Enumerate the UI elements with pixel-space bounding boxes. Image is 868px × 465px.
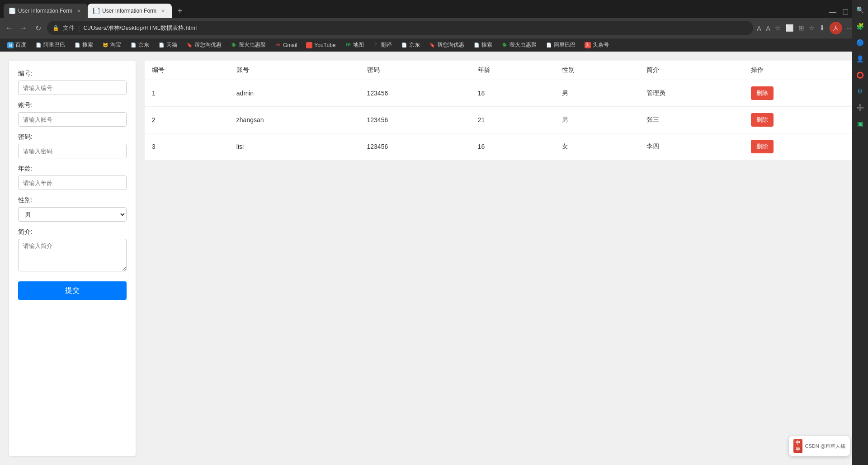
bookmark-translate[interactable]: T 翻译 xyxy=(369,40,396,50)
youtube-icon: ▶ xyxy=(306,42,312,48)
input-bh[interactable] xyxy=(18,81,127,95)
alibaba-icon: 📄 xyxy=(35,42,42,48)
translate-icon[interactable]: A xyxy=(757,24,761,32)
cell-account: zhangsan xyxy=(229,107,360,133)
address-bar[interactable]: 🔒 文件 | C:/Users/准神/Desktop/HTML数据表格.html xyxy=(47,21,753,35)
star-icon[interactable]: ☆ xyxy=(775,24,781,32)
taoyouhui2-icon: 🔖 xyxy=(429,42,435,48)
tab2-title: User Information Form xyxy=(102,8,156,14)
maximize-button[interactable]: ☐ xyxy=(841,8,850,16)
input-nl[interactable] xyxy=(18,176,127,190)
toutiao-label: 头条号 xyxy=(593,41,609,49)
profile-button[interactable]: 人 xyxy=(830,22,842,34)
delete-button[interactable]: 删除 xyxy=(751,140,774,153)
cell-gender: 女 xyxy=(555,133,639,160)
form-group-zh: 账号: xyxy=(18,101,127,127)
col-header-account: 账号 xyxy=(229,61,360,80)
delete-button[interactable]: 删除 xyxy=(751,113,774,127)
bookmark-yinghuochong1[interactable]: 🪲 萤火虫惠聚 xyxy=(227,40,269,50)
bookmark-alibaba[interactable]: 📄 阿里巴巴 xyxy=(32,40,69,50)
cell-age: 18 xyxy=(471,80,555,107)
col-header-action: 操作 xyxy=(744,61,859,80)
select-gender[interactable]: 男 女 xyxy=(18,207,127,222)
bookmark-toutiao[interactable]: 头 头条号 xyxy=(581,40,613,50)
yinghuochong1-label: 萤火虫惠聚 xyxy=(239,41,266,49)
jd1-icon: 📄 xyxy=(130,42,137,48)
sidebar-add-icon[interactable]: ➕ xyxy=(854,101,866,114)
search2-icon: 📄 xyxy=(473,42,480,48)
bookmark-taobao[interactable]: 🐱 淘宝 xyxy=(99,40,125,50)
submit-button[interactable]: 提交 xyxy=(18,281,127,300)
csdn-logo-top: 中 xyxy=(796,440,800,446)
tab-2[interactable]: 📄 User Information Form ✕ xyxy=(88,4,172,18)
taobao-icon: 🐱 xyxy=(102,42,108,48)
main-content: 编号: 账号: 密码: 年龄: 性别: 男 女 简介: 提交 xyxy=(0,52,868,465)
col-header-age: 年龄 xyxy=(471,61,555,80)
url-text: C:/Users/准神/Desktop/HTML数据表格.html xyxy=(83,24,197,32)
sidebar-ext1-icon[interactable]: 🧩 xyxy=(854,20,866,33)
file-label: 文件 xyxy=(63,24,75,32)
bookmark-baidu[interactable]: 百 百度 xyxy=(4,40,30,50)
cell-password: 123456 xyxy=(360,107,471,133)
tab2-close[interactable]: ✕ xyxy=(159,7,166,14)
tab-1[interactable]: 📄 User Information Form ✕ xyxy=(4,4,88,18)
font-size-icon[interactable]: A xyxy=(766,24,770,32)
right-sidebar: 🔍 🧩 🔵 👤 ⭕ ⚙ ➕ ▣ xyxy=(852,0,868,465)
bookmark-search2[interactable]: 📄 搜索 xyxy=(470,40,496,50)
bookmark-map[interactable]: 🗺 地图 xyxy=(341,40,368,50)
table-row: 1 admin 123456 18 男 管理员 删除 xyxy=(145,80,859,107)
bookmark-youtube[interactable]: ▶ YouTube xyxy=(302,41,339,49)
cell-password: 123456 xyxy=(360,133,471,160)
taoyouhui1-icon: 🔖 xyxy=(186,42,193,48)
tab1-close[interactable]: ✕ xyxy=(75,7,82,14)
bookmark-taoyouhui1[interactable]: 🔖 帮您淘优惠 xyxy=(183,40,225,50)
sidebar-gear-icon[interactable]: ⚙ xyxy=(854,85,866,98)
bookmark-alibaba2[interactable]: 📄 阿里巴巴 xyxy=(542,40,579,50)
baidu-icon: 百 xyxy=(7,42,14,48)
label-bio: 简介: xyxy=(18,228,127,236)
col-header-gender: 性别 xyxy=(555,61,639,80)
textarea-bio[interactable] xyxy=(18,239,127,271)
forward-button[interactable]: → xyxy=(18,24,29,32)
bookmark-taoyouhui2[interactable]: 🔖 帮您淘优惠 xyxy=(425,40,468,50)
download-icon[interactable]: ⬇ xyxy=(819,24,825,32)
new-tab-button[interactable]: + xyxy=(174,5,186,17)
data-table: 编号 账号 密码 年龄 性别 简介 操作 1 admin 123456 18 男… xyxy=(145,61,859,160)
cell-bio: 管理员 xyxy=(639,80,743,107)
toolbar-icons: A A ☆ ⬜ ⊞ ☆ ⬇ 人 ⋯ ▤ xyxy=(757,22,864,34)
table-head: 编号 账号 密码 年龄 性别 简介 操作 xyxy=(145,61,859,80)
bookmark-tianmao[interactable]: 📄 天猫 xyxy=(155,40,181,50)
col-header-password: 密码 xyxy=(360,61,471,80)
bookmark-search1[interactable]: 📄 搜索 xyxy=(71,40,97,50)
favorites-icon[interactable]: ☆ xyxy=(809,24,815,32)
tab1-icon: 📄 xyxy=(9,8,15,14)
tab1-title: User Information Form xyxy=(18,8,72,14)
layout-icon[interactable]: ⊞ xyxy=(798,24,804,32)
alibaba2-label: 阿里巴巴 xyxy=(554,41,576,49)
gmail-label: Gmail xyxy=(283,42,297,48)
sidebar-circle-icon[interactable]: ⭕ xyxy=(854,69,866,81)
alibaba2-icon: 📄 xyxy=(546,42,552,48)
col-header-bio: 简介 xyxy=(639,61,743,80)
refresh-button[interactable]: ↻ xyxy=(33,24,43,33)
bookmark-gmail[interactable]: ✉ Gmail xyxy=(271,41,301,49)
search1-icon: 📄 xyxy=(74,42,80,48)
extensions-icon[interactable]: ⬜ xyxy=(785,24,794,32)
bookmark-yinghuochong2[interactable]: 🪲 萤火虫惠聚 xyxy=(498,40,540,50)
csdn-logo-bottom: 半 xyxy=(796,446,800,452)
sidebar-ext2-icon[interactable]: 🔵 xyxy=(854,36,866,49)
delete-button[interactable]: 删除 xyxy=(751,86,774,100)
bookmark-jd1[interactable]: 📄 京东 xyxy=(127,40,153,50)
csdn-caption: CSDN @稻草人橘 xyxy=(805,443,845,450)
sidebar-green-icon[interactable]: ▣ xyxy=(854,118,866,130)
label-mm: 密码: xyxy=(18,133,127,141)
map-icon: 🗺 xyxy=(345,42,351,48)
back-button[interactable]: ← xyxy=(4,24,14,32)
cell-action: 删除 xyxy=(744,80,859,107)
sidebar-user-icon[interactable]: 👤 xyxy=(854,52,866,65)
sidebar-search-icon[interactable]: 🔍 xyxy=(854,4,866,16)
minimize-button[interactable]: — xyxy=(828,8,837,16)
bookmark-jd2[interactable]: 📄 京东 xyxy=(397,40,424,50)
input-mm[interactable] xyxy=(18,144,127,158)
input-zh[interactable] xyxy=(18,112,127,127)
